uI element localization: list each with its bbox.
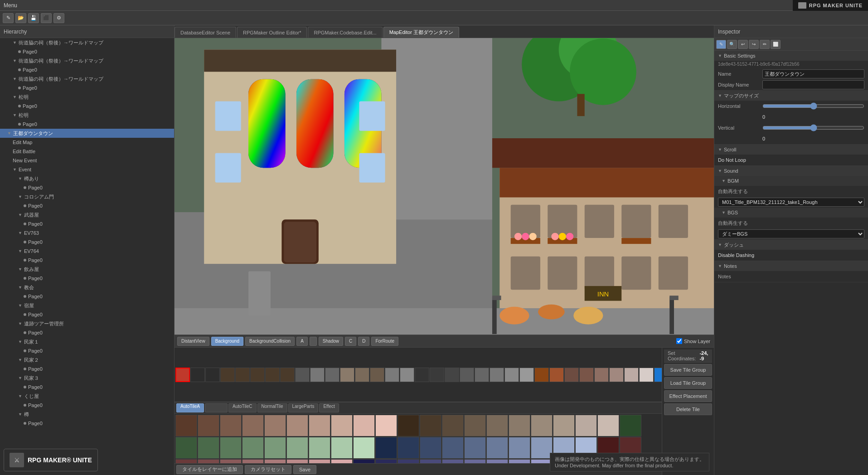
inspector-content[interactable]: ▼ Basic Settings 1de8e43-5152-4771-b9c6-… bbox=[714, 51, 868, 475]
bg-collision-btn[interactable]: BackgroundCollision bbox=[245, 337, 295, 346]
background-btn[interactable]: Background bbox=[211, 337, 243, 346]
tree-item[interactable]: ▼EV764 bbox=[0, 247, 174, 256]
toolbar-edit-btn[interactable]: ✎ bbox=[3, 13, 14, 23]
tile-cell[interactable] bbox=[265, 368, 280, 382]
layer-c-btn[interactable]: C bbox=[345, 337, 356, 346]
large-tile-cell[interactable] bbox=[442, 459, 464, 463]
large-tile-cell[interactable] bbox=[198, 459, 219, 463]
tree-item[interactable]: ▼遺跡ツアー管理所 bbox=[0, 319, 174, 328]
tile-cell[interactable] bbox=[220, 368, 235, 382]
tree-item[interactable]: ▼王都ダウンタウン bbox=[0, 129, 174, 138]
large-tile-cell[interactable] bbox=[464, 415, 486, 436]
large-tile-cell[interactable] bbox=[242, 459, 264, 463]
layer-d-btn[interactable]: D bbox=[358, 337, 369, 346]
tree-item[interactable]: Page0 bbox=[0, 256, 174, 265]
tile-cell[interactable] bbox=[415, 368, 429, 382]
tree-item[interactable]: ▼民家３ bbox=[0, 373, 174, 383]
large-tile-cell[interactable] bbox=[309, 415, 330, 436]
large-tile-cell[interactable] bbox=[375, 459, 397, 463]
large-tile-cell[interactable] bbox=[175, 415, 197, 436]
tab-map-editor[interactable]: MapEditor 王都ダウンタウン bbox=[383, 27, 459, 38]
large-tile-cell[interactable] bbox=[509, 437, 530, 459]
tree-item[interactable]: ▼EV763 bbox=[0, 228, 174, 238]
tile-cell[interactable] bbox=[624, 368, 639, 382]
tree-item[interactable]: ▼教会 bbox=[0, 283, 174, 292]
tree-item[interactable]: ▼街道脇の祠（祭後）→ワールドマップ bbox=[0, 56, 174, 65]
large-tile-cell[interactable] bbox=[264, 437, 286, 459]
tile-cell[interactable] bbox=[295, 368, 310, 382]
tree-item[interactable]: ▼民家２ bbox=[0, 355, 174, 364]
tree-item[interactable]: Page0 bbox=[0, 65, 174, 74]
tree-item[interactable]: Page0 bbox=[0, 346, 174, 355]
large-tile-cell[interactable] bbox=[486, 459, 508, 463]
tile-cell[interactable] bbox=[609, 368, 624, 382]
shadow-btn[interactable]: Shadow bbox=[319, 337, 343, 346]
large-tile-cell[interactable] bbox=[553, 415, 575, 436]
effect-placement-btn[interactable]: Effect Placement bbox=[664, 390, 712, 402]
tree-item[interactable]: Page0 bbox=[0, 383, 174, 392]
tree-item[interactable]: ▼民家１ bbox=[0, 337, 174, 346]
large-tile-cell[interactable] bbox=[420, 437, 441, 459]
large-tile-cell[interactable] bbox=[353, 437, 375, 459]
tree-item[interactable]: ▼くじ屋 bbox=[0, 392, 174, 401]
hierarchy-content[interactable]: ▼街道脇の祠（祭後）→ワールドマップPage0▼街道脇の祠（祭後）→ワールドマッ… bbox=[0, 38, 174, 475]
layer-empty-btn[interactable] bbox=[310, 337, 317, 346]
add-to-layer-btn[interactable]: タイルをレイヤーに追加 bbox=[176, 465, 243, 474]
large-tile-cell[interactable] bbox=[286, 437, 308, 459]
tile-cell[interactable] bbox=[639, 368, 654, 382]
large-tile-cell[interactable] bbox=[331, 459, 353, 463]
inspector-redo-btn[interactable]: ↪ bbox=[749, 40, 759, 49]
large-tile-cell[interactable] bbox=[375, 437, 397, 459]
tile-cell[interactable] bbox=[519, 368, 534, 382]
inspector-edit-btn[interactable]: ✎ bbox=[716, 40, 726, 49]
tree-item[interactable]: Page0 bbox=[0, 292, 174, 301]
large-tile-cell[interactable] bbox=[531, 415, 553, 436]
tree-item[interactable]: New Event bbox=[0, 156, 174, 165]
large-tile-cell[interactable] bbox=[442, 437, 464, 459]
tree-item[interactable]: ▼松明 bbox=[0, 111, 174, 120]
large-tile-cell[interactable] bbox=[353, 459, 375, 463]
tile-cell[interactable] bbox=[190, 368, 205, 382]
save-btn[interactable]: Save bbox=[293, 465, 316, 474]
large-tile-cell[interactable] bbox=[220, 437, 242, 459]
delete-tile-btn[interactable]: Delete Tile bbox=[664, 403, 712, 415]
horizontal-slider[interactable] bbox=[762, 102, 864, 110]
large-tile-cell[interactable] bbox=[575, 415, 597, 436]
tile-type-large[interactable]: LargeParts bbox=[288, 403, 319, 412]
tile-cell[interactable] bbox=[460, 368, 474, 382]
tree-item[interactable]: Page0 bbox=[0, 238, 174, 247]
tree-item[interactable]: ▼樽 bbox=[0, 410, 174, 419]
tree-item[interactable]: ▼武器屋 bbox=[0, 210, 174, 219]
display-name-input[interactable] bbox=[762, 80, 864, 89]
tree-item[interactable]: Page0 bbox=[0, 183, 174, 192]
inspector-pencil-btn[interactable]: ✏ bbox=[760, 40, 770, 49]
tile-cell[interactable] bbox=[504, 368, 519, 382]
large-tile-cell[interactable] bbox=[531, 459, 553, 463]
tile-cell[interactable] bbox=[594, 368, 609, 382]
tree-item[interactable]: ▼街道脇の祠（祭後）→ワールドマップ bbox=[0, 38, 174, 47]
tree-item[interactable]: Page0 bbox=[0, 47, 174, 56]
tile-cell[interactable] bbox=[400, 368, 414, 382]
load-tile-group-btn[interactable]: Load Tile Group bbox=[664, 377, 712, 389]
tree-item[interactable]: Page0 bbox=[0, 364, 174, 373]
large-tile-cell[interactable] bbox=[486, 415, 508, 436]
tile-cell[interactable] bbox=[534, 368, 549, 382]
tab-outline-editor[interactable]: RPGMaker Outline Editor* bbox=[237, 27, 307, 38]
bgm-select[interactable]: M01_Title_BPM132_211122_take1_Rough bbox=[718, 198, 864, 207]
for-route-btn[interactable]: ForRoute bbox=[371, 337, 398, 346]
large-tile-cell[interactable] bbox=[309, 437, 330, 459]
toolbar-save-btn[interactable]: 💾 bbox=[28, 13, 39, 23]
show-layer-checkbox[interactable] bbox=[676, 338, 682, 344]
bgs-subheader[interactable]: ▼ BGS bbox=[714, 208, 868, 218]
tree-item[interactable]: Page0 bbox=[0, 419, 174, 428]
tile-cell[interactable] bbox=[579, 368, 594, 382]
inspector-box-btn[interactable]: ⬜ bbox=[771, 40, 781, 49]
tree-item[interactable]: ▼コロシアム門 bbox=[0, 192, 174, 201]
large-tile-cell[interactable] bbox=[198, 415, 219, 436]
large-tile-cell[interactable] bbox=[264, 459, 286, 463]
tree-item[interactable]: ▼Event bbox=[0, 165, 174, 174]
large-tile-cell[interactable] bbox=[464, 437, 486, 459]
large-tile-cell[interactable] bbox=[464, 459, 486, 463]
large-tile-cell[interactable] bbox=[353, 415, 375, 436]
tab-database-editor[interactable]: DatabaseEditor Scene bbox=[175, 27, 236, 38]
